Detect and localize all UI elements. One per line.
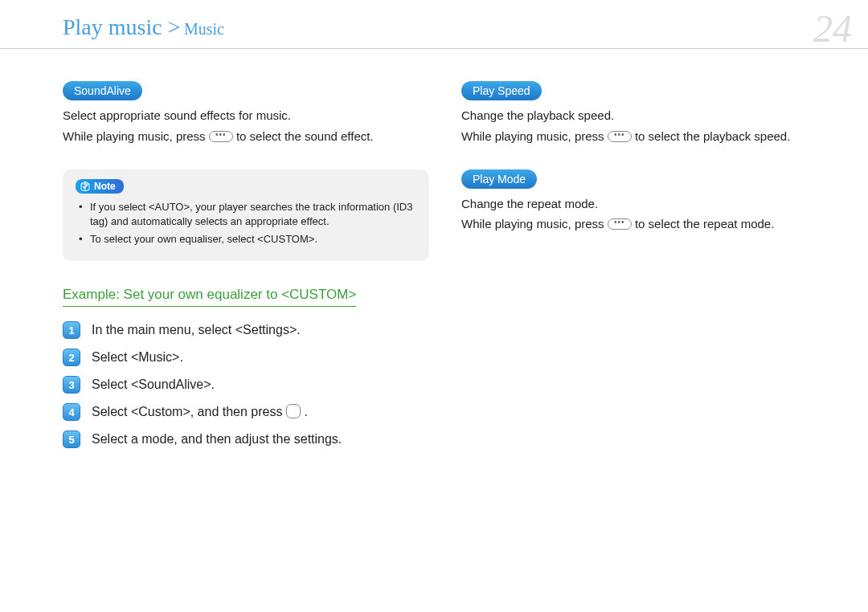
page-header: Play music > Music 24 [0,0,868,49]
options-button-icon [608,218,632,230]
step-row: 3 Select <SoundAlive>. [63,376,429,394]
step-text: Select a mode, and then adjust the setti… [92,432,342,447]
note-list: If you select <AUTO>, your player search… [76,200,416,247]
playmode-tag: Play Mode [461,169,537,189]
step-row: 1 In the main menu, select <Settings>. [63,321,429,339]
options-button-icon [209,131,233,142]
playmode-desc-1: Change the repeat mode. [461,195,828,213]
text-fragment: While playing music, press [461,129,608,143]
breadcrumb-sub: Music [184,20,224,38]
text-fragment: Select <Custom>, and then press [92,405,286,418]
step-number-5: 5 [63,430,80,448]
content-area: SoundAlive Select appropriate sound effe… [0,49,868,448]
step-number-4: 4 [63,403,80,421]
step-text: Select <Custom>, and then press . [92,405,308,420]
step-text: Select <SoundAlive>. [92,377,215,392]
soundalive-tag: SoundAlive [63,81,142,100]
playspeed-tag: Play Speed [461,81,542,100]
step-row: 2 Select <Music>. [63,349,429,366]
note-label: Note [76,179,124,194]
step-row: 4 Select <Custom>, and then press . [63,403,429,421]
ok-button-icon [286,404,301,418]
step-number-2: 2 [63,349,80,366]
step-text: Select <Music>. [92,350,183,365]
soundalive-section: SoundAlive Select appropriate sound effe… [63,81,429,145]
text-fragment: . [304,405,307,418]
left-column: SoundAlive Select appropriate sound effe… [63,81,429,448]
step-number-3: 3 [63,376,80,394]
step-number-1: 1 [63,321,80,339]
soundalive-desc-2: While playing music, press to select the… [63,128,429,145]
playspeed-desc-1: Change the playback speed. [461,107,828,124]
note-label-text: Note [94,181,116,192]
playspeed-desc-2: While playing music, press to select the… [461,128,828,145]
example-heading: Example: Set your own equalizer to <CUST… [63,287,356,307]
playmode-section: Play Mode Change the repeat mode. While … [461,169,828,234]
text-fragment: While playing music, press [63,129,209,143]
text-fragment: to select the playback speed. [635,129,790,143]
soundalive-desc-1: Select appropriate sound effects for mus… [63,107,429,124]
breadcrumb-main: Play music > [63,14,180,39]
text-fragment: to select the sound effect. [236,129,374,143]
step-text: In the main menu, select <Settings>. [92,323,301,337]
text-fragment: to select the repeat mode. [635,217,774,231]
note-item: To select your own equaliser, select <CU… [90,232,416,247]
text-fragment: While playing music, press [461,217,608,231]
note-icon [80,182,90,191]
playspeed-section: Play Speed Change the playback speed. Wh… [461,81,828,145]
steps-list: 1 In the main menu, select <Settings>. 2… [63,321,429,448]
step-row: 5 Select a mode, and then adjust the set… [63,430,429,448]
note-box: Note If you select <AUTO>, your player s… [63,169,429,262]
page-number: 24 [813,6,852,51]
note-item: If you select <AUTO>, your player search… [90,200,416,229]
options-button-icon [608,131,632,142]
right-column: Play Speed Change the playback speed. Wh… [461,81,828,448]
playmode-desc-2: While playing music, press to select the… [461,215,828,233]
